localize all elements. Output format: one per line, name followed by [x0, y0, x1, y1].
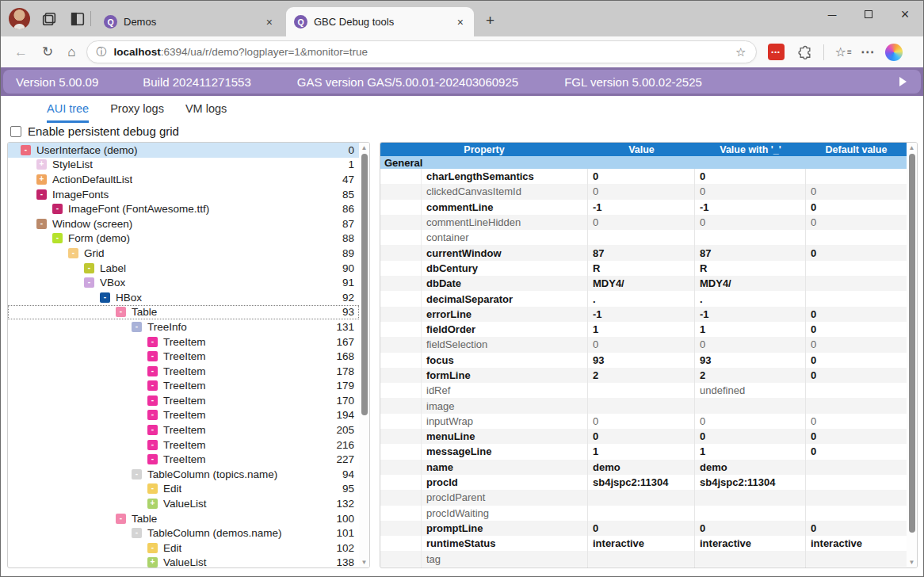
tree-collapse-icon[interactable]: -: [147, 380, 158, 391]
tree-collapse-icon[interactable]: -: [147, 337, 158, 347]
tree-collapse-icon[interactable]: -: [147, 351, 158, 361]
tree-expand-icon[interactable]: +: [147, 557, 158, 567]
tree-collapse-icon[interactable]: -: [52, 233, 63, 243]
tree-item[interactable]: +StyleList1: [8, 158, 359, 173]
tree-collapse-icon[interactable]: -: [147, 410, 158, 420]
tree-collapse-icon[interactable]: -: [116, 307, 126, 317]
tab-vm-logs[interactable]: VM logs: [185, 102, 227, 123]
tree-collapse-icon[interactable]: -: [147, 425, 158, 435]
tree-item[interactable]: -UserInterface (demo)0: [8, 143, 359, 158]
scroll-up-icon[interactable]: ▲: [359, 144, 369, 151]
tree-scrollbar-thumb[interactable]: [361, 154, 368, 415]
tree-collapse-icon[interactable]: -: [116, 514, 126, 524]
browser-tab-gbc-debug-tools[interactable]: Q GBC Debug tools ×: [286, 7, 474, 36]
tree-collapse-icon[interactable]: -: [36, 189, 47, 200]
property-row: [380, 567, 907, 567]
back-icon[interactable]: ←: [7, 44, 35, 60]
tree-collapse-icon[interactable]: -: [147, 483, 158, 494]
property-scrollbar-thumb[interactable]: [909, 154, 915, 533]
tree-collapse-icon[interactable]: -: [147, 440, 158, 450]
tree-item[interactable]: -TreeInfo131: [8, 319, 359, 334]
tree-expand-icon[interactable]: +: [36, 159, 47, 170]
scroll-down-icon[interactable]: ▼: [359, 559, 369, 566]
property-row-gutter: [380, 444, 422, 459]
tree-expand-icon[interactable]: +: [36, 174, 47, 185]
tree-collapse-icon[interactable]: -: [84, 263, 94, 273]
tree-item[interactable]: -Table93: [8, 305, 359, 320]
adblock-extension-icon[interactable]: •••: [768, 44, 785, 60]
debug-grid-checkbox[interactable]: [10, 126, 21, 137]
tree-expand-icon[interactable]: +: [147, 499, 158, 509]
tree-collapse-icon[interactable]: -: [52, 204, 63, 214]
tree-scrollbar[interactable]: ▲ ▼: [359, 143, 369, 567]
tree-item[interactable]: -TreeItem205: [8, 422, 359, 438]
minimize-button[interactable]: ─: [814, 1, 850, 28]
tab-close-icon[interactable]: ×: [264, 16, 275, 29]
tree-item[interactable]: -TreeItem216: [8, 438, 359, 453]
tree-collapse-icon[interactable]: -: [147, 543, 158, 553]
address-bar[interactable]: ⓘ localhost:6394/ua/r/demo?logplayer=1&m…: [86, 40, 757, 63]
scroll-up-icon[interactable]: ▲: [907, 144, 917, 151]
close-button[interactable]: ×: [887, 1, 923, 28]
tree-item[interactable]: -TreeItem168: [8, 349, 359, 364]
tab-proxy-logs[interactable]: Proxy logs: [110, 102, 164, 123]
tree-item[interactable]: -TreeItem179: [8, 379, 359, 394]
tree-item[interactable]: -HBox92: [8, 290, 359, 305]
tree-item[interactable]: -Window (screen)87: [8, 216, 359, 231]
tree-item[interactable]: -TreeItem167: [8, 334, 359, 350]
tree-item[interactable]: +ValueList138: [8, 556, 359, 567]
tree-collapse-icon[interactable]: -: [100, 292, 110, 303]
tree-item[interactable]: -Grid89: [8, 246, 359, 261]
tree-item[interactable]: -Form (demo)88: [8, 231, 359, 246]
tree-collapse-icon[interactable]: -: [132, 528, 142, 538]
property-value-with-underscore: 93: [695, 353, 806, 368]
expand-play-icon[interactable]: [899, 77, 907, 86]
tree-collapse-icon[interactable]: -: [147, 395, 158, 406]
tree-item[interactable]: -Edit102: [8, 541, 359, 556]
tree-item[interactable]: -TableColumn (topics.name)94: [8, 467, 359, 482]
tree-collapse-icon[interactable]: -: [68, 248, 78, 258]
tree-item[interactable]: -VBox91: [8, 275, 359, 290]
tree-collapse-icon[interactable]: -: [84, 277, 94, 288]
property-default-value: [806, 506, 907, 521]
refresh-icon[interactable]: ↻: [35, 44, 60, 60]
tree-item[interactable]: -Label90: [8, 261, 359, 276]
tab-actions-icon[interactable]: [69, 10, 86, 28]
property-row-gutter: [380, 307, 422, 322]
tab-aui-tree[interactable]: AUI tree: [47, 102, 89, 123]
tree-collapse-icon[interactable]: -: [132, 322, 142, 332]
tree-item[interactable]: -TreeItem178: [8, 364, 359, 379]
favorites-bar-icon[interactable]: ☆≡: [835, 44, 846, 59]
tree-collapse-icon[interactable]: -: [36, 219, 47, 229]
bookmark-star-icon[interactable]: ☆: [735, 45, 746, 59]
extensions-puzzle-icon[interactable]: [797, 44, 813, 60]
tab-close-icon[interactable]: ×: [455, 16, 466, 29]
tree-item-label: TreeItem: [163, 336, 206, 348]
tree-item[interactable]: -ImageFonts85: [8, 187, 359, 202]
tree-item[interactable]: -TreeItem170: [8, 393, 359, 408]
browser-tab-demos[interactable]: Q Demos ×: [96, 7, 283, 36]
property-scrollbar[interactable]: ▲ ▼: [907, 143, 917, 567]
tree-item[interactable]: -TreeItem194: [8, 408, 359, 423]
tree-item[interactable]: +ValueList132: [8, 496, 359, 511]
profile-avatar[interactable]: [9, 8, 30, 29]
tree-collapse-icon[interactable]: -: [147, 366, 158, 376]
copilot-icon[interactable]: [885, 44, 903, 61]
site-info-icon[interactable]: ⓘ: [97, 45, 107, 59]
tree-collapse-icon[interactable]: -: [132, 469, 142, 480]
home-icon[interactable]: ⌂: [60, 44, 82, 60]
maximize-button[interactable]: [850, 1, 887, 28]
property-value: [588, 383, 695, 398]
settings-more-icon[interactable]: ⋯: [861, 44, 874, 60]
tree-item[interactable]: +ActionDefaultList47: [8, 172, 359, 187]
tree-collapse-icon[interactable]: -: [147, 454, 158, 464]
tree-item[interactable]: -Edit95: [8, 482, 359, 497]
tree-item[interactable]: -Table100: [8, 511, 359, 526]
workspaces-icon[interactable]: [40, 10, 58, 28]
tree-item[interactable]: -TreeItem227: [8, 452, 359, 467]
tree-item[interactable]: -ImageFont (FontAwesome.ttf)86: [8, 201, 359, 216]
new-tab-button[interactable]: +: [486, 13, 494, 29]
scroll-down-icon[interactable]: ▼: [907, 559, 917, 566]
tree-collapse-icon[interactable]: -: [21, 145, 31, 155]
tree-item[interactable]: -TableColumn (demos.name)101: [8, 525, 359, 541]
